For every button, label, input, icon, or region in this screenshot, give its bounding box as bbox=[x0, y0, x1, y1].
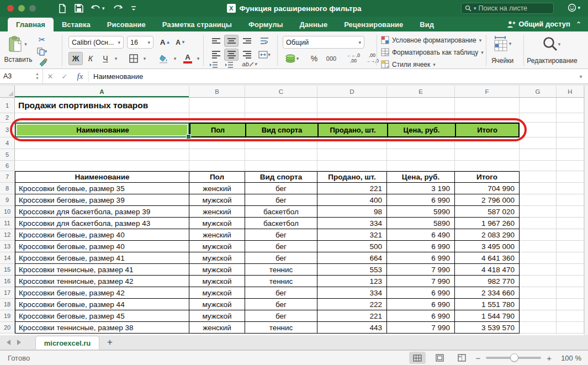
cell-G17[interactable] bbox=[520, 287, 557, 299]
cell-F1[interactable] bbox=[455, 98, 520, 113]
next-sheet-icon[interactable] bbox=[17, 340, 21, 345]
cell-C9[interactable]: бег bbox=[245, 194, 317, 206]
font-name-select[interactable]: Calibri (Осн... ▾ bbox=[68, 36, 124, 49]
cell-C4[interactable] bbox=[245, 137, 317, 149]
cell-H20[interactable] bbox=[557, 322, 584, 334]
cell-A2[interactable] bbox=[15, 113, 189, 123]
cell-C6[interactable] bbox=[245, 161, 317, 171]
cell-B4[interactable] bbox=[189, 137, 245, 149]
cell-E13[interactable]: 6 990 bbox=[387, 241, 455, 252]
cell-G5[interactable] bbox=[520, 149, 557, 161]
font-color-button[interactable]: A bbox=[181, 52, 195, 65]
cell-G16[interactable] bbox=[520, 276, 557, 287]
cell-G11[interactable] bbox=[520, 218, 557, 229]
cell-B9[interactable]: мужской bbox=[189, 194, 245, 206]
cell-D19[interactable]: 221 bbox=[317, 310, 387, 322]
zoom-slider[interactable] bbox=[486, 357, 541, 359]
cell-F19[interactable]: 1 544 790 bbox=[455, 310, 520, 322]
cell-F12[interactable]: 2 083 290 bbox=[455, 229, 520, 241]
row-header-3[interactable]: 3 bbox=[0, 123, 15, 137]
cell-H8[interactable] bbox=[557, 183, 584, 194]
cell-C18[interactable]: бег bbox=[245, 299, 317, 310]
fill-color-caret-icon[interactable]: ▾ bbox=[172, 52, 178, 65]
cell-F18[interactable]: 1 551 780 bbox=[455, 299, 520, 310]
undo-button[interactable]: ▾ bbox=[91, 4, 105, 13]
save-icon[interactable] bbox=[75, 4, 83, 13]
row-header-5[interactable]: 5 bbox=[0, 149, 15, 161]
cell-A5[interactable] bbox=[15, 149, 189, 161]
close-window-button[interactable] bbox=[7, 5, 14, 12]
cell-H10[interactable] bbox=[557, 206, 584, 218]
tab-главная[interactable]: Главная bbox=[8, 18, 54, 31]
cell-D4[interactable] bbox=[317, 137, 387, 149]
cell-B13[interactable]: мужской bbox=[189, 241, 245, 252]
cell-A15[interactable]: Кроссовки теннисные, размер 41 bbox=[15, 264, 189, 276]
cell-D15[interactable]: 553 bbox=[317, 264, 387, 276]
cell-E7[interactable]: Цена, руб. bbox=[387, 171, 455, 183]
cell-H6[interactable] bbox=[557, 161, 584, 171]
tab-формулы[interactable]: Формулы bbox=[240, 18, 292, 31]
name-box-stepper[interactable]: ▲▼ bbox=[35, 72, 39, 80]
row-header-18[interactable]: 18 bbox=[0, 299, 15, 310]
cell-H19[interactable] bbox=[557, 310, 584, 322]
row-header-13[interactable]: 13 bbox=[0, 241, 15, 252]
cell-F13[interactable]: 3 495 000 bbox=[455, 241, 520, 252]
decrease-font-button[interactable]: A▼ bbox=[173, 36, 188, 49]
cell-F20[interactable]: 3 539 570 bbox=[455, 322, 520, 334]
row-header-6[interactable]: 6 bbox=[0, 161, 15, 171]
cell-A10[interactable]: Кроссовки для баскетбола, размер 39 bbox=[15, 206, 189, 218]
cell-B2[interactable] bbox=[189, 113, 245, 123]
cell-F5[interactable] bbox=[455, 149, 520, 161]
cell-D18[interactable]: 222 bbox=[317, 299, 387, 310]
row-header-12[interactable]: 12 bbox=[0, 229, 15, 241]
font-color-caret-icon[interactable]: ▾ bbox=[195, 52, 202, 65]
cell-G1[interactable] bbox=[520, 98, 557, 113]
comma-format-button[interactable]: 000 bbox=[322, 52, 340, 65]
cell-A18[interactable]: Кроссовки беговые, размер 44 bbox=[15, 299, 189, 310]
cell-B16[interactable]: мужской bbox=[189, 276, 245, 287]
align-right-button[interactable] bbox=[240, 49, 254, 61]
cell-E5[interactable] bbox=[387, 149, 455, 161]
cell-F11[interactable]: 1 967 260 bbox=[455, 218, 520, 229]
cut-button[interactable]: ✂ bbox=[36, 35, 47, 45]
cell-D17[interactable]: 334 bbox=[317, 287, 387, 299]
cell-H1[interactable] bbox=[557, 98, 584, 113]
cell-F7[interactable]: Итого bbox=[455, 171, 520, 183]
sheet-tab-microexcel[interactable]: microexcel.ru bbox=[35, 336, 99, 350]
page-break-view-button[interactable] bbox=[453, 352, 470, 364]
cell-E9[interactable]: 6 990 bbox=[387, 194, 455, 206]
number-format-select[interactable]: Общий ▾ bbox=[283, 36, 364, 49]
cell-A13[interactable]: Кроссовки беговые, размер 40 bbox=[15, 241, 189, 252]
cell-B18[interactable]: мужской bbox=[189, 299, 245, 310]
cell-E1[interactable] bbox=[387, 98, 455, 113]
cell-G2[interactable] bbox=[520, 113, 557, 123]
cell-D16[interactable]: 123 bbox=[317, 276, 387, 287]
cell-A1[interactable]: Продажи спортивных товаров bbox=[15, 98, 189, 113]
row-header-2[interactable]: 2 bbox=[0, 113, 15, 123]
cell-B14[interactable]: мужской bbox=[189, 252, 245, 264]
cell-B8[interactable]: женский bbox=[189, 183, 245, 194]
cell-H2[interactable] bbox=[557, 113, 584, 123]
cell-H17[interactable] bbox=[557, 287, 584, 299]
cell-G9[interactable] bbox=[520, 194, 557, 206]
cell-H11[interactable] bbox=[557, 218, 584, 229]
feedback-button[interactable]: ▾ bbox=[568, 3, 580, 12]
insert-function-button[interactable]: fx bbox=[72, 72, 88, 81]
cell-E14[interactable]: 6 990 bbox=[387, 252, 455, 264]
col-header-G[interactable]: G bbox=[520, 86, 557, 98]
col-header-A[interactable]: A bbox=[15, 86, 189, 98]
cell-A6[interactable] bbox=[15, 161, 189, 171]
wrap-text-button[interactable] bbox=[257, 35, 272, 47]
cell-F8[interactable]: 704 990 bbox=[455, 183, 520, 194]
cell-E2[interactable] bbox=[387, 113, 455, 123]
cell-C2[interactable] bbox=[245, 113, 317, 123]
cell-D2[interactable] bbox=[317, 113, 387, 123]
merge-center-button[interactable]: ▾ bbox=[257, 49, 272, 61]
cell-G6[interactable] bbox=[520, 161, 557, 171]
zoom-out-button[interactable]: − bbox=[475, 353, 480, 363]
cell-G20[interactable] bbox=[520, 322, 557, 334]
cell-B10[interactable]: женский bbox=[189, 206, 245, 218]
cell-F16[interactable]: 982 770 bbox=[455, 276, 520, 287]
cell-B1[interactable] bbox=[189, 98, 245, 113]
cell-C5[interactable] bbox=[245, 149, 317, 161]
